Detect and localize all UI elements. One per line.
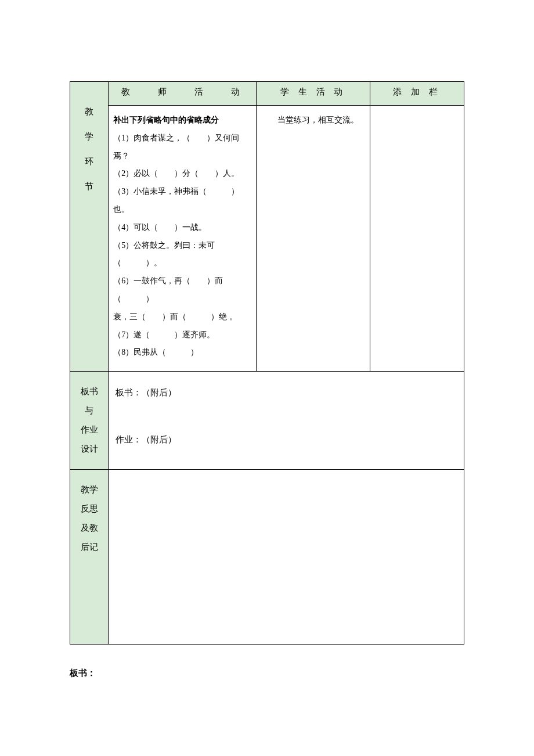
exercise-item: （1）肉食者谋之，（ ）又何间焉？ [113, 129, 251, 165]
student-activity-text: 当堂练习，相互交流。 [261, 111, 365, 129]
exercise-item: （5）公将鼓之。刿曰：未可（ ）。 [113, 237, 251, 273]
section-label-teaching-steps: 教 学 环 节 [70, 82, 109, 372]
header-teacher-activity: 教 师 活 动 [109, 82, 257, 106]
label-line: 教学 [73, 480, 106, 499]
exercise-item: （3）小信未孚，神弗福（ ）也。 [113, 183, 251, 219]
exercise-item: （6）一鼓作气，再（ ）而（ ） [113, 272, 251, 308]
section-label-board-homework: 板书 与 作业 设计 [70, 372, 109, 470]
vchar: 节 [74, 181, 104, 192]
reflection-cell [109, 470, 464, 645]
vchar: 教 [74, 106, 104, 117]
label-line: 设计 [73, 440, 106, 459]
label-line: 作业 [73, 420, 106, 440]
exercise-item-cont: 衰，三（ ）而（ ）绝 。 [113, 308, 251, 326]
label-line: 反思 [73, 499, 106, 519]
label-line: 及教 [73, 519, 106, 538]
student-activity-cell: 当堂练习，相互交流。 [256, 106, 370, 372]
label-line: 与 [73, 401, 106, 420]
homework-line: 作业：（附后） [116, 430, 457, 449]
addon-cell [370, 106, 464, 372]
header-student-activity: 学 生 活 动 [256, 82, 370, 106]
exercise-item: （7）遂（ ）逐齐师。 [113, 326, 251, 344]
lesson-plan-table: 教 学 环 节 教 师 活 动 学 生 活 动 添 加 栏 补出下列省略句中的省… [70, 81, 464, 645]
teacher-activity-cell: 补出下列省略句中的省略成分 （1）肉食者谋之，（ ）又何间焉？ （2）必以（ ）… [109, 106, 257, 372]
footer-board-label: 板书： [70, 668, 464, 679]
exercise-item: （4）可以（ ）一战。 [113, 219, 251, 237]
exercise-item: （8）民弗从（ ） [113, 344, 251, 362]
label-line: 板书 [73, 382, 106, 401]
header-addon-column: 添 加 栏 [370, 82, 464, 106]
board-line: 板书：（附后） [116, 383, 457, 402]
label-line: 后记 [73, 538, 106, 557]
section-label-reflection: 教学 反思 及教 后记 [70, 470, 109, 645]
exercise-item: （2）必以（ ）分（ ）人。 [113, 165, 251, 183]
vchar: 学 [74, 131, 104, 142]
vchar: 环 [74, 156, 104, 167]
board-homework-cell: 板书：（附后） 作业：（附后） [109, 372, 464, 470]
exercise-title: 补出下列省略句中的省略成分 [113, 111, 251, 129]
